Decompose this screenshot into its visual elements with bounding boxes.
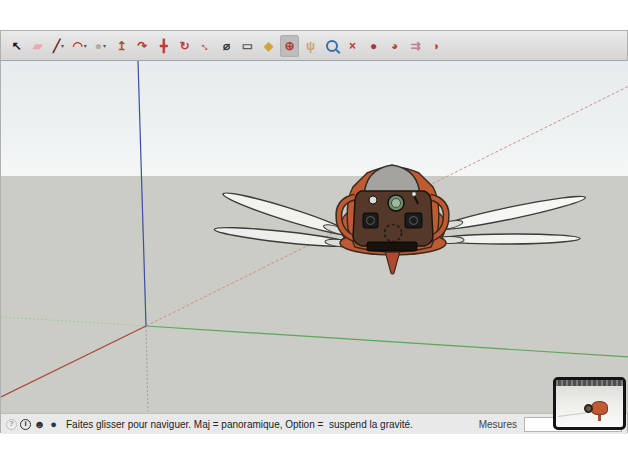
text-tool-icon: ▭ [242,40,253,52]
tail-fin [385,251,400,274]
pushpull-tool-icon: ↥ [116,40,126,52]
followme-tool-icon: ↷ [137,40,147,52]
styles-tool-button[interactable]: ◗ [427,35,446,57]
text-tool-button[interactable]: ▭ [238,35,257,57]
warehouse-tool-button[interactable]: ● [364,35,383,57]
arc-tool-dropdown-caret-icon[interactable]: ▾ [84,42,87,49]
pan-tool-button[interactable]: ψ [301,35,320,57]
small-gauge [369,196,377,204]
eraser-tool-icon: ▰ [33,40,42,52]
status-message: Faites glisser pour naviguer. Maj = pano… [66,419,413,430]
eraser-tool-button[interactable]: ▰ [28,35,47,57]
tape-measure-tool-icon: ⌀ [223,40,230,52]
model-viewport[interactable] [1,61,628,413]
status-bar: ?i☻● Faites glisser pour naviguer. Maj =… [1,413,627,434]
orbit-tool-button[interactable]: ⊕ [280,35,299,57]
tape-measure-tool-button[interactable]: ⌀ [217,35,236,57]
shapes-tool-dropdown-caret-icon[interactable]: ▾ [103,42,106,49]
red-axis [1,326,146,397]
extension-warehouse-tool-icon: ◕ [391,40,398,52]
measurements-label: Mesures [479,419,517,430]
panel-slot [367,242,417,251]
pushpull-tool-button[interactable]: ↥ [112,35,131,57]
line-tool-button[interactable]: ╱▾ [49,35,68,57]
move-tool-icon: ╋ [160,40,167,52]
warehouse-tool-icon: ● [370,40,377,52]
move-tool-button[interactable]: ╋ [154,35,173,57]
paint-bucket-tool-button[interactable]: ◆ [259,35,278,57]
arc-tool-icon: ◠ [72,40,82,52]
globe-icon[interactable]: ● [48,419,59,430]
scale-tool-button[interactable]: ↔ [196,35,215,57]
blue-axis [138,61,146,326]
paint-bucket-tool-icon: ◆ [264,40,273,52]
zoom-extents-tool-icon: × [349,40,356,52]
user-icon[interactable]: ☻ [34,419,45,430]
inset-model-thumbnail [591,401,608,415]
shapes-tool-icon: ● [95,40,102,52]
wing-upper-right[interactable] [435,192,586,235]
info-icon[interactable]: i [20,419,31,430]
left-instrument-box [363,213,378,228]
orbit-tool-icon: ⊕ [284,40,294,52]
scale-tool-icon: ↔ [197,37,214,54]
zoom-tool-icon [326,40,338,52]
green-gauge-dial [392,199,401,208]
statusbar-icons: ?i☻● [6,419,59,430]
pan-tool-icon: ψ [306,40,315,52]
inset-model-fin [598,415,601,421]
green-axis [146,326,628,357]
line-tool-dropdown-caret-icon[interactable]: ▾ [61,42,64,49]
styles-tool-icon: ◗ [433,40,440,52]
toolbar-tools: ↖▰╱▾◠▾●▾↥↷╋↻↔⌀▭◆⊕ψ×●◕⇉◗ [7,35,446,57]
select-tool-button[interactable]: ↖ [7,35,26,57]
green-axis-dashed [1,317,146,326]
right-instrument-box [405,213,422,228]
blue-axis-dashed [146,326,148,413]
scene-canvas[interactable] [1,61,628,413]
page: { "app": {"name": "SketchUp"}, "toolbar"… [0,0,628,472]
inset-model-ring [584,404,593,413]
zoom-extents-tool-button[interactable]: × [343,35,362,57]
inset-axis-line [558,412,588,417]
camera-preview-inset[interactable] [553,377,626,430]
arc-tool-button[interactable]: ◠▾ [70,35,89,57]
send-to-layout-tool-icon: ⇉ [410,40,420,52]
extension-warehouse-tool-button[interactable]: ◕ [385,35,404,57]
send-to-layout-tool-button[interactable]: ⇉ [406,35,425,57]
inset-titlebar [556,380,623,386]
select-tool-icon: ↖ [11,40,21,52]
rotate-tool-button[interactable]: ↻ [175,35,194,57]
zoom-tool-button[interactable] [322,35,341,57]
shapes-tool-button[interactable]: ●▾ [91,35,110,57]
followme-tool-button[interactable]: ↷ [133,35,152,57]
model-flaptter[interactable] [214,165,587,274]
main-toolbar: ↖▰╱▾◠▾●▾↥↷╋↻↔⌀▭◆⊕ψ×●◕⇉◗ [1,31,627,61]
sketchup-window: ↖▰╱▾◠▾●▾↥↷╋↻↔⌀▭◆⊕ψ×●◕⇉◗ [0,30,628,433]
lever-knob [412,192,416,196]
line-tool-icon: ╱ [53,40,60,52]
rotate-tool-icon: ↻ [179,40,189,52]
help-icon[interactable]: ? [6,419,17,430]
